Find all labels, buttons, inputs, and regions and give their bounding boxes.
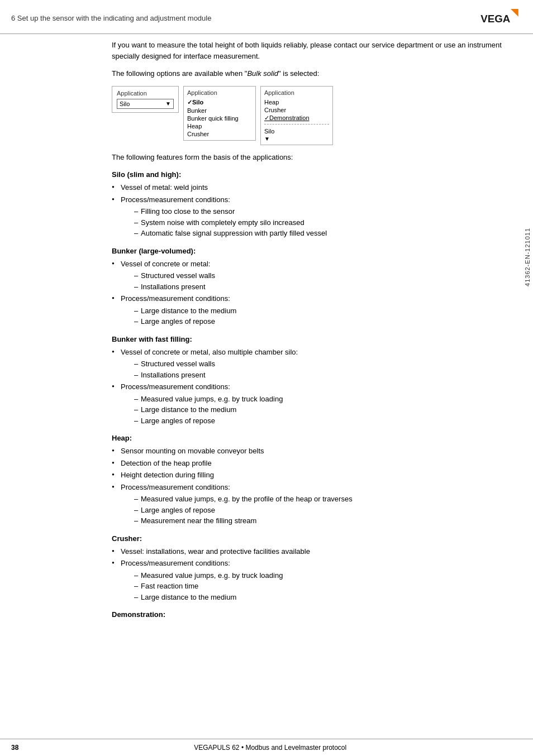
list-item: Large distance to the medium — [134, 305, 522, 317]
crusher-bullet-list: Vessel: installations, wear and protecti… — [112, 546, 522, 603]
list-item: Large angles of repose — [134, 415, 522, 427]
bunker-fast-dash-list-1: Structured vessel walls Installations pr… — [121, 358, 522, 380]
list-item: Installations present — [134, 370, 522, 381]
section-heading-heap: Heap: — [112, 434, 522, 442]
heap-dash-list: Measured value jumps, e.g. by the profil… — [121, 494, 522, 527]
list-item: Vessel: installations, wear and protecti… — [112, 546, 522, 557]
list-item: Detection of the heap profile — [112, 458, 522, 469]
list-item: Fast reaction time — [134, 581, 522, 592]
chapter-title: 6 Set up the sensor with the indicating … — [11, 14, 477, 22]
document-number: 41362-EN-121011 — [522, 223, 533, 291]
bunker-fast-dash-list-2: Measured value jumps, e.g. by truck load… — [121, 394, 522, 427]
app-right-item-demonstration[interactable]: ✓Demonstration — [264, 114, 329, 122]
bunker-fast-bullet-list: Vessel of concrete or metal, also multip… — [112, 347, 522, 427]
page-footer: 38 VEGAPULS 62 • Modbus and Levelmaster … — [0, 739, 533, 756]
footer-page-number: 38 — [11, 744, 18, 752]
svg-marker-0 — [511, 9, 518, 17]
app-list-box-2-label: Application — [187, 89, 252, 97]
list-item: Structured vessel walls — [134, 358, 522, 370]
app-right-item-heap[interactable]: Heap — [264, 98, 329, 106]
list-item: Large angles of repose — [134, 505, 522, 516]
list-item: Process/measurement conditions: Measured… — [112, 381, 522, 426]
list-item: Sensor mounting on movable conveyor belt… — [112, 446, 522, 457]
list-item: System noise with completely empty silo … — [134, 217, 522, 228]
list-item: Process/measurement conditions: Filling … — [112, 194, 522, 239]
intro-paragraph-2: The following options are available when… — [112, 68, 522, 79]
logo-area: VEGA — [477, 7, 522, 29]
list-item: Measured value jumps, e.g. by truck load… — [134, 394, 522, 405]
app-box-1-label: Application — [117, 90, 174, 97]
svg-text:VEGA: VEGA — [480, 13, 511, 25]
dropdown-arrow-icon: ▼ — [165, 101, 171, 107]
section-heading-crusher: Crusher: — [112, 534, 522, 543]
application-box-2: Application ✓Silo Bunker Bunker quick fi… — [183, 86, 256, 141]
crusher-dash-list: Measured value jumps, e.g. by truck load… — [121, 570, 522, 603]
section-heading-demonstration: Demonstration: — [112, 610, 522, 619]
intro-paragraph-1: If you want to measure the total height … — [112, 40, 522, 61]
application-box-1: Application Silo ▼ — [112, 86, 179, 113]
footer-document-title: VEGAPULS 62 • Modbus and Levelmaster pro… — [194, 744, 346, 752]
app-list-item-silo-checked[interactable]: ✓Silo — [187, 98, 252, 107]
list-item: Vessel of metal: weld joints — [112, 182, 522, 193]
list-item: Measured value jumps, e.g. by truck load… — [134, 570, 522, 581]
app-dropdown-value: Silo — [120, 101, 130, 107]
application-options-row: Application Silo ▼ Application ✓Silo Bun… — [112, 86, 522, 145]
bunker-dash-list-1: Structured vessel walls Installations pr… — [121, 270, 522, 292]
list-item: Large angles of repose — [134, 316, 522, 327]
features-intro: The following features form the basis of… — [112, 152, 522, 163]
application-box-3: Application Heap Crusher ✓Demonstration … — [260, 86, 333, 145]
section-heading-silo: Silo (slim and high): — [112, 170, 522, 179]
bunker-bullet-list: Vessel of concrete or metal: Structured … — [112, 259, 522, 327]
vega-logo: VEGA — [480, 7, 522, 28]
silo-bullet-list: Vessel of metal: weld joints Process/mea… — [112, 182, 522, 239]
list-item: Vessel of concrete or metal, also multip… — [112, 347, 522, 381]
app-list-item-heap[interactable]: Heap — [187, 122, 252, 130]
app-right-item-silo[interactable]: Silo — [264, 127, 329, 135]
list-item: Large distance to the medium — [134, 592, 522, 603]
list-item: Height detection during filling — [112, 470, 522, 481]
heap-bullet-list: Sensor mounting on movable conveyor belt… — [112, 446, 522, 527]
app-list-item-bunker-quick[interactable]: Bunker quick filling — [187, 114, 252, 122]
list-item: Vessel of concrete or metal: Structured … — [112, 259, 522, 293]
app-right-item-crusher[interactable]: Crusher — [264, 106, 329, 114]
list-item: Process/measurement conditions: Measured… — [112, 558, 522, 602]
list-item: Measured value jumps, e.g. by the profil… — [134, 494, 522, 505]
app-right-box-label: Application — [264, 89, 329, 97]
app-right-item-silo-arrow: ▼ — [264, 135, 329, 142]
section-heading-bunker: Bunker (large-volumed): — [112, 247, 522, 255]
list-item: Process/measurement conditions: Measured… — [112, 482, 522, 527]
list-item: Large distance to the medium — [134, 404, 522, 415]
page-header: 6 Set up the sensor with the indicating … — [0, 0, 533, 34]
list-item: Measurement near the filling stream — [134, 515, 522, 527]
app-dropdown[interactable]: Silo ▼ — [117, 99, 174, 109]
separator — [264, 124, 329, 126]
list-item: Process/measurement conditions: Large di… — [112, 293, 522, 327]
bunker-dash-list-2: Large distance to the medium Large angle… — [121, 305, 522, 327]
app-list-item-crusher[interactable]: Crusher — [187, 130, 252, 138]
main-content: If you want to measure the total height … — [0, 40, 533, 633]
silo-dash-list: Filling too close to the sensor System n… — [121, 206, 522, 239]
app-list-item-bunker[interactable]: Bunker — [187, 107, 252, 114]
list-item: Structured vessel walls — [134, 270, 522, 281]
list-item: Filling too close to the sensor — [134, 206, 522, 217]
list-item: Installations present — [134, 281, 522, 293]
list-item: Automatic false signal suppression with … — [134, 228, 522, 239]
section-heading-bunker-fast: Bunker with fast filling: — [112, 335, 522, 343]
